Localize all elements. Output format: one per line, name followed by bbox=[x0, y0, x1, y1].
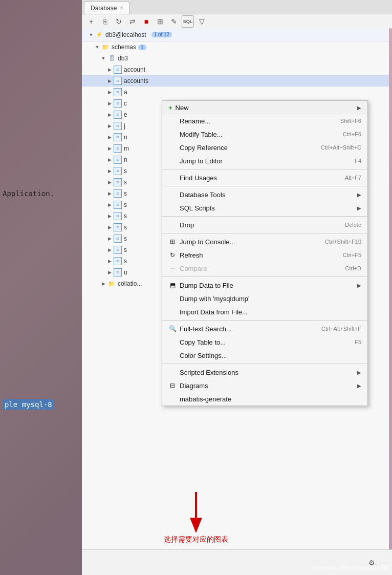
schemas-arrow: ▼ bbox=[94, 44, 100, 50]
table-icon2: ≡ bbox=[114, 77, 122, 85]
mysqldump-label: Dump with 'mysqldump' bbox=[180, 295, 361, 303]
fulltext-label: Full-text Search... bbox=[180, 325, 311, 333]
mysql-text: ple mysql-8 bbox=[3, 399, 54, 410]
table-a[interactable]: ▶ ≡ a bbox=[82, 87, 389, 98]
menu-item-sql-scripts[interactable]: SQL Scripts ▶ bbox=[162, 201, 367, 215]
scripted-arrow: ▶ bbox=[357, 370, 361, 375]
add-btn[interactable]: + bbox=[85, 15, 97, 28]
menu-item-rename[interactable]: Rename... Shift+F6 bbox=[162, 114, 367, 127]
separator-6 bbox=[162, 320, 367, 321]
menu-item-dump-file[interactable]: ⬒ Dump Data to File ▶ bbox=[162, 279, 367, 292]
menu-item-color-settings[interactable]: Color Settings... bbox=[162, 349, 367, 362]
watermark: https://blog.csdn.net/tangahuai98 bbox=[313, 565, 388, 571]
table-name2: accounts bbox=[124, 77, 148, 84]
diagrams-arrow: ▶ bbox=[357, 383, 361, 389]
table-name: account bbox=[124, 66, 145, 73]
table-account[interactable]: ▶ ≡ account bbox=[82, 64, 389, 75]
refresh-shortcut: Ctrl+F5 bbox=[333, 252, 361, 258]
schema-btn[interactable]: ⇄ bbox=[126, 15, 139, 28]
find-shortcut: Alt+F7 bbox=[335, 175, 361, 181]
filter-btn[interactable]: ▽ bbox=[195, 15, 208, 28]
menu-item-compare: ↔ Compare Ctrl+D bbox=[162, 262, 367, 275]
console-icon: ⊞ bbox=[168, 238, 177, 245]
jump-console-label: Jump to Console... bbox=[180, 238, 315, 246]
stop-btn[interactable]: ■ bbox=[140, 15, 153, 28]
menu-item-import[interactable]: Import Data from File... bbox=[162, 305, 367, 318]
menu-item-copy-table[interactable]: Copy Table to... F5 bbox=[162, 335, 367, 349]
menu-item-scripted-ext[interactable]: Scripted Extensions ▶ bbox=[162, 366, 367, 379]
refresh-btn[interactable]: ↻ bbox=[113, 15, 125, 28]
schemas-label: schemas bbox=[112, 44, 136, 51]
annotation-text: 选择需要对应的图表 bbox=[164, 535, 228, 544]
copy-ref-label: Copy Reference bbox=[180, 144, 311, 152]
drop-label: Drop bbox=[180, 221, 335, 229]
table-icon: ≡ bbox=[114, 66, 122, 74]
color-settings-label: Color Settings... bbox=[180, 352, 361, 359]
menu-item-db-tools[interactable]: Database Tools ▶ bbox=[162, 188, 367, 201]
app-text: Application. bbox=[3, 189, 54, 198]
tab-close-btn[interactable]: × bbox=[120, 5, 123, 11]
collations-label: collatio... bbox=[118, 280, 142, 287]
db3-arrow: ▼ bbox=[100, 55, 106, 61]
edit-btn[interactable]: ✎ bbox=[168, 15, 180, 28]
menu-item-jump-editor[interactable]: Jump to Editor F4 bbox=[162, 154, 367, 167]
menu-item-copy-ref[interactable]: Copy Reference Ctrl+Alt+Shift+C bbox=[162, 141, 367, 154]
refresh-menu-icon: ↻ bbox=[168, 251, 177, 259]
db3-node[interactable]: ▼ 🗄 db3 bbox=[82, 53, 389, 64]
arrow-stem bbox=[195, 492, 197, 518]
copy-table-label: Copy Table to... bbox=[180, 338, 344, 346]
find-label: Find Usages bbox=[180, 174, 335, 182]
t-arrow2: ▶ bbox=[106, 78, 113, 84]
menu-item-drop[interactable]: Drop Delete bbox=[162, 218, 367, 231]
connection-name: db3@localhost bbox=[105, 31, 146, 38]
modify-shortcut: Ctrl+F6 bbox=[333, 131, 361, 137]
menu-item-dump-mysqldump[interactable]: Dump with 'mysqldump' bbox=[162, 292, 367, 305]
menu-item-mabatis[interactable]: mabatis-generate bbox=[162, 392, 367, 406]
menu-item-find-usages[interactable]: Find Usages Alt+F7 bbox=[162, 171, 367, 184]
database-tab[interactable]: Database × bbox=[84, 2, 129, 14]
menu-item-fulltext[interactable]: 🔍 Full-text Search... Ctrl+Alt+Shift+F bbox=[162, 322, 367, 335]
mabatis-label: mabatis-generate bbox=[180, 395, 361, 403]
rename-label: Rename... bbox=[180, 117, 330, 125]
connection-arrow: ▼ bbox=[88, 32, 94, 38]
menu-item-new[interactable]: + New ▶ bbox=[162, 101, 367, 114]
dump-file-arrow: ▶ bbox=[357, 283, 361, 288]
compare-label: Compare bbox=[180, 265, 335, 272]
diagrams-label: Diagrams bbox=[180, 382, 353, 390]
drop-shortcut: Delete bbox=[335, 222, 361, 228]
separator-3 bbox=[162, 216, 367, 217]
table-accounts[interactable]: ▶ ≡ accounts bbox=[82, 75, 389, 87]
sql-scripts-arrow: ▶ bbox=[357, 205, 361, 211]
new-plus-icon: + bbox=[168, 104, 172, 112]
db3-icon: 🗄 bbox=[107, 54, 116, 62]
annotation: 选择需要对应的图表 bbox=[0, 492, 392, 544]
schemas-node[interactable]: ▼ 📁 schemas 1 bbox=[82, 41, 389, 53]
compare-icon: ↔ bbox=[168, 265, 177, 272]
search-menu-icon: 🔍 bbox=[168, 325, 177, 332]
table-btn[interactable]: ⊞ bbox=[154, 15, 166, 28]
t-arrow: ▶ bbox=[106, 67, 113, 73]
copy-ref-shortcut: Ctrl+Alt+Shift+C bbox=[311, 144, 361, 151]
jump-console-shortcut: Ctrl+Shift+F10 bbox=[315, 239, 361, 245]
new-label: New bbox=[176, 104, 353, 112]
jump-editor-label: Jump to Editor bbox=[180, 157, 344, 165]
scripted-label: Scripted Extensions bbox=[180, 369, 353, 376]
menu-item-jump-console[interactable]: ⊞ Jump to Console... Ctrl+Shift+F10 bbox=[162, 235, 367, 248]
menu-item-modify[interactable]: Modify Table... Ctrl+F6 bbox=[162, 127, 367, 141]
separator-7 bbox=[162, 364, 367, 364]
copy-btn[interactable]: ⎘ bbox=[99, 15, 111, 28]
menu-item-refresh[interactable]: ↻ Refresh Ctrl+F5 bbox=[162, 248, 367, 262]
separator-2 bbox=[162, 186, 367, 186]
sql-btn[interactable]: SQL bbox=[182, 15, 194, 28]
connection-node[interactable]: ▼ ⚡ db3@localhost 1 of 12 bbox=[82, 28, 389, 41]
schemas-count: 1 bbox=[138, 45, 146, 50]
db-tools-label: Database Tools bbox=[180, 191, 353, 199]
db-tools-arrow: ▶ bbox=[357, 192, 361, 198]
menu-item-diagrams[interactable]: ⊟ Diagrams ▶ bbox=[162, 379, 367, 392]
dump-icon: ⬒ bbox=[168, 282, 177, 289]
arrow-head bbox=[190, 518, 202, 533]
sql-scripts-label: SQL Scripts bbox=[180, 204, 353, 212]
dump-file-label: Dump Data to File bbox=[180, 282, 353, 289]
toolbar: + ⎘ ↻ ⇄ ■ ⊞ ✎ SQL ▽ bbox=[82, 14, 392, 29]
import-label: Import Data from File... bbox=[180, 308, 361, 316]
